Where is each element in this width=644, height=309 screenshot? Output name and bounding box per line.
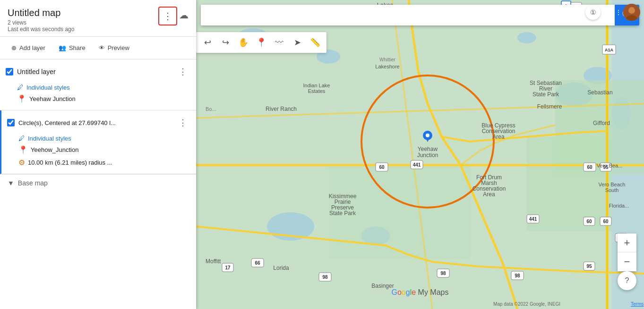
svg-text:98: 98 bbox=[515, 273, 520, 278]
add-layer-button[interactable]: ⊕ Add layer bbox=[6, 42, 51, 54]
svg-text:Indian Lake: Indian Lake bbox=[303, 83, 330, 88]
layer-2-checkbox[interactable] bbox=[7, 119, 15, 126]
layer-place[interactable]: 📍 Yeehaw Junction bbox=[17, 92, 190, 105]
svg-text:A1A: A1A bbox=[605, 48, 614, 52]
svg-text:441: 441 bbox=[413, 162, 421, 167]
pan-button[interactable]: ✋ bbox=[235, 34, 252, 51]
place-2-icon: 📍 bbox=[18, 145, 28, 154]
layers-icon: ⊕ bbox=[11, 44, 17, 51]
svg-text:60: 60 bbox=[587, 165, 592, 170]
svg-text:Bo...: Bo... bbox=[206, 106, 216, 112]
cloud-save-button[interactable]: ☁ bbox=[175, 7, 192, 24]
svg-text:Map data ©2022 Google, INEGI: Map data ©2022 Google, INEGI bbox=[493, 301, 560, 307]
share-button[interactable]: 👥 Share bbox=[53, 42, 91, 54]
view-count: 2 views bbox=[8, 19, 26, 26]
layer-more-button[interactable]: ⋮ bbox=[175, 64, 190, 79]
svg-text:Moffitt: Moffitt bbox=[206, 258, 221, 265]
place-2-name: Yeehow_Junction bbox=[31, 146, 78, 153]
share-icon: 👥 bbox=[59, 44, 66, 51]
svg-text:State Park: State Park bbox=[532, 91, 559, 98]
zoom-in-button[interactable]: + bbox=[618, 234, 636, 252]
base-map-chevron: ▼ bbox=[8, 179, 14, 187]
layer-style-link[interactable]: 🖊 Individual styles bbox=[17, 82, 190, 92]
route-icon: ① bbox=[585, 5, 601, 20]
zoom-out-button[interactable]: − bbox=[618, 252, 636, 271]
layer-item-active: Circle(s), Centered at 27.699740 l... ⋮ … bbox=[0, 110, 196, 174]
place-name: Yeehaw Junction bbox=[29, 95, 76, 102]
measure-button[interactable]: 📏 bbox=[307, 34, 324, 51]
directions-button[interactable]: ➤ bbox=[289, 34, 306, 51]
sidebar: Untitled map 2 views Last edit was secon… bbox=[0, 0, 196, 309]
measure-icon: ⚙ bbox=[18, 158, 25, 167]
svg-text:Terms: Terms bbox=[631, 301, 644, 307]
grid-icon[interactable]: ⋮⋮⋮ bbox=[604, 5, 619, 20]
search-bar: 🔍 bbox=[201, 5, 639, 25]
layer-2-place-1[interactable]: 📍 Yeehow_Junction bbox=[18, 143, 190, 156]
svg-text:Gifford: Gifford bbox=[593, 120, 610, 126]
radius-label: 10.00 km (6.21 miles) radius ... bbox=[28, 159, 112, 166]
svg-text:98: 98 bbox=[322, 275, 328, 280]
svg-text:441: 441 bbox=[529, 217, 537, 222]
svg-text:95: 95 bbox=[586, 264, 592, 269]
svg-text:Google
       My Maps: Google My Maps bbox=[392, 288, 449, 296]
svg-text:Junction: Junction bbox=[417, 152, 438, 159]
style-label: Individual styles bbox=[26, 84, 70, 91]
search-input[interactable] bbox=[201, 5, 615, 25]
svg-text:Sebastian: Sebastian bbox=[587, 89, 612, 96]
svg-text:Estates: Estates bbox=[308, 88, 326, 94]
zoom-controls: + − bbox=[618, 234, 636, 271]
layer-header-2: Circle(s), Centered at 27.699740 l... ⋮ bbox=[7, 115, 190, 130]
svg-text:Vero Beach: Vero Beach bbox=[599, 182, 626, 187]
help-button[interactable]: ? bbox=[618, 271, 636, 290]
svg-text:Area: Area bbox=[492, 134, 505, 140]
svg-point-8 bbox=[517, 32, 536, 43]
svg-text:98: 98 bbox=[440, 271, 446, 276]
top-right-controls: ① ⋮⋮⋮ bbox=[585, 4, 640, 21]
svg-text:Basinger: Basinger bbox=[371, 283, 394, 289]
layer-sub: 🖊 Individual styles 📍 Yeehaw Junction bbox=[17, 82, 190, 105]
svg-text:Lorida: Lorida bbox=[273, 265, 289, 271]
svg-text:Yeehaw: Yeehaw bbox=[418, 146, 438, 152]
svg-text:Area: Area bbox=[483, 191, 495, 198]
place-icon: 📍 bbox=[17, 94, 26, 103]
user-avatar[interactable] bbox=[623, 4, 640, 21]
last-edit: Last edit was seconds ago bbox=[8, 26, 74, 33]
redo-button[interactable]: ↪ bbox=[217, 34, 234, 51]
svg-text:River Ranch: River Ranch bbox=[266, 106, 297, 112]
base-map-item[interactable]: ▼ Base map bbox=[0, 174, 196, 192]
marker-button[interactable]: 📍 bbox=[253, 34, 270, 51]
svg-point-96 bbox=[628, 7, 635, 14]
svg-text:South: South bbox=[605, 187, 619, 193]
layer-header: Untitled layer ⋮ bbox=[6, 64, 190, 79]
layer-item: Untitled layer ⋮ 🖊 Individual styles 📍 Y… bbox=[0, 59, 196, 110]
layer-2-more-button[interactable]: ⋮ bbox=[175, 115, 190, 130]
svg-text:60: 60 bbox=[603, 219, 609, 224]
layer-2-name: Circle(s), Centered at 27.699740 l... bbox=[18, 119, 172, 126]
svg-text:66: 66 bbox=[255, 260, 260, 266]
map-more-button[interactable]: ⋮ bbox=[158, 7, 177, 25]
layer-list: Untitled layer ⋮ 🖊 Individual styles 📍 Y… bbox=[0, 59, 196, 309]
svg-text:State Park: State Park bbox=[329, 210, 356, 217]
map-toolbar: 🔍 bbox=[196, 0, 644, 30]
style-2-label: Individual styles bbox=[28, 135, 71, 142]
svg-text:Lakeshore: Lakeshore bbox=[375, 64, 399, 69]
style-2-icon: 🖊 bbox=[18, 134, 25, 142]
svg-text:17: 17 bbox=[225, 265, 231, 270]
sidebar-header: Untitled map 2 views Last edit was secon… bbox=[0, 0, 196, 37]
style-icon: 🖊 bbox=[17, 84, 24, 91]
svg-point-21 bbox=[426, 134, 429, 137]
svg-text:Vero Bea...: Vero Bea... bbox=[597, 163, 622, 168]
layer-2-style-link[interactable]: 🖊 Individual styles bbox=[18, 133, 190, 143]
preview-icon: 👁 bbox=[99, 44, 105, 51]
layer-2-place-2[interactable]: ⚙ 10.00 km (6.21 miles) radius ... bbox=[18, 156, 190, 169]
undo-button[interactable]: ↩ bbox=[199, 34, 216, 51]
layer-checkbox[interactable] bbox=[6, 68, 13, 75]
sidebar-actions: ⊕ Add layer 👥 Share 👁 Preview bbox=[0, 37, 196, 59]
base-map-label: Base map bbox=[18, 179, 48, 187]
layer-2-sub: 🖊 Individual styles 📍 Yeehow_Junction ⚙ … bbox=[18, 133, 190, 169]
draw-line-button[interactable]: 〰 bbox=[271, 34, 288, 51]
svg-text:Fellsmere: Fellsmere bbox=[537, 103, 562, 110]
layer-name: Untitled layer bbox=[17, 68, 172, 75]
preview-button[interactable]: 👁 Preview bbox=[93, 42, 135, 54]
drawing-toolbar: ↩ ↪ ✋ 📍 〰 ➤ 📏 bbox=[196, 32, 326, 53]
